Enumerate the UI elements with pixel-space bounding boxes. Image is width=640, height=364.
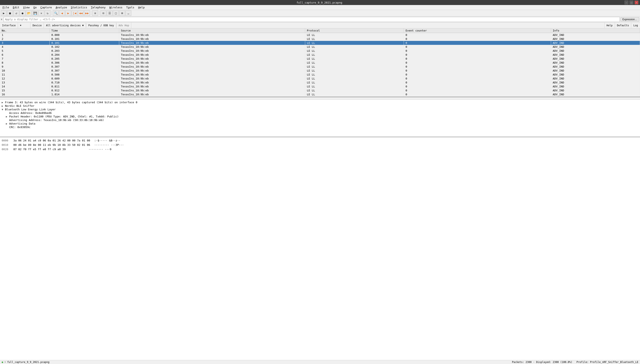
hex-row: 002007 02 f0 ff e5 ff e0 ff c9 a0 39····… — [2, 147, 638, 152]
table-row[interactable]: 10.000TexasIns_10:9b:ebLE LL0ADV_IND — [0, 33, 640, 37]
col-no[interactable]: No. — [0, 28, 50, 33]
menu-file[interactable]: File — [1, 6, 11, 10]
more-button[interactable]: … — [126, 10, 131, 16]
cell-2: TexasIns_10:9b:eb — [119, 45, 305, 49]
cell-3: LE LL — [305, 69, 404, 72]
reload-button[interactable]: ↻ — [45, 10, 51, 16]
menu-view[interactable]: View — [22, 6, 31, 10]
restart-capture-button[interactable]: ↺ — [13, 10, 19, 16]
cell-4: 0 — [404, 33, 551, 37]
start-capture-button[interactable]: ▶ — [1, 10, 7, 16]
first-packet-button[interactable]: |◀ — [72, 10, 78, 16]
window-controls[interactable]: — □ ✕ — [624, 1, 638, 4]
cell-0: 9 — [0, 65, 50, 69]
save-button[interactable]: 💾 — [32, 10, 38, 16]
col-protocol[interactable]: Protocol — [305, 28, 404, 33]
expand-icon[interactable]: ▶ — [2, 104, 4, 108]
detail-line[interactable]: ▶Nordic BLE Sniffer — [2, 104, 638, 108]
table-row[interactable]: 130.710TexasIns_10:9b:ebLE LL0ADV_IND — [0, 80, 640, 84]
hex-view-button[interactable]: ☰ — [107, 10, 113, 16]
detail-line[interactable]: ▶Frame 3: 43 bytes on wire (344 bits), 4… — [2, 100, 638, 104]
col-source[interactable]: Source — [119, 28, 305, 33]
hex-row: 001000 d6 be 89 8e 00 11 eb 9b 10 8b 33 … — [2, 143, 638, 147]
col-info[interactable]: Info — [551, 28, 640, 33]
next-conv-button[interactable]: ▶▶ — [84, 10, 90, 16]
packet-list-container[interactable]: No. Time Source Protocol Event counter I… — [0, 28, 640, 97]
toolbar: ▶ ■ ↺ ● 📂 💾 ✕ ↻ 🔍 ◀ ▶ |◀ ◀◀ ▶▶ ≡ ⊟ ☰ □ ⊞… — [0, 10, 640, 16]
stop-capture-button[interactable]: ■ — [7, 10, 13, 16]
expand-icon[interactable]: ▶ — [2, 101, 4, 104]
cell-0: 7 — [0, 57, 50, 61]
log-button[interactable]: Log — [631, 22, 640, 28]
col-time[interactable]: Time — [50, 28, 119, 33]
cell-1: 0.609 — [50, 76, 119, 80]
table-row[interactable]: 90.307TexasIns_10:9b:ebLE LL0ADV_IND — [0, 65, 640, 69]
detail-line[interactable]: ▶Advertising Data — [6, 122, 638, 125]
table-row[interactable]: 80.306TexasIns_10:9b:ebLE LL0ADV_IND — [0, 61, 640, 65]
prev-packet-button[interactable]: ◀ — [59, 10, 65, 16]
cell-3: LE LL — [305, 80, 404, 84]
table-row[interactable]: 30.101TexasIns_10:9b:ebLE LL0ADV_IND — [0, 41, 640, 45]
detail-line[interactable]: ▶Packet Header: 0x1100 (PDU Type: ADV_IN… — [6, 115, 638, 118]
cell-0: 15 — [0, 88, 50, 92]
zoom-button[interactable]: ⊟ — [100, 10, 106, 16]
expand-icon[interactable]: ▼ — [2, 108, 4, 111]
table-row[interactable]: 161.014TexasIns_10:9b:ebLE LL0ADV_IND — [0, 92, 640, 96]
table-row[interactable]: 100.307TexasIns_10:9b:ebLE LL0ADV_IND — [0, 69, 640, 72]
table-row[interactable]: 40.102TexasIns_10:9b:ebLE LL0ADV_IND — [0, 45, 640, 49]
cell-4: 0 — [404, 69, 551, 72]
menu-edit[interactable]: Edit — [11, 6, 21, 10]
table-row[interactable]: 110.508TexasIns_10:9b:ebLE LL0ADV_IND — [0, 72, 640, 76]
interface-dropdown[interactable] — [18, 22, 31, 28]
filter-input[interactable] — [4, 17, 619, 22]
table-row[interactable]: 60.204TexasIns_10:9b:ebLE LL0ADV_IND — [0, 53, 640, 57]
next-packet-button[interactable]: ▶ — [65, 10, 71, 16]
cell-4: 0 — [404, 76, 551, 80]
menu-telephony[interactable]: Telephony — [89, 6, 107, 10]
table-row[interactable]: 120.609TexasIns_10:9b:ebLE LL0ADV_IND — [0, 76, 640, 80]
menu-go[interactable]: Go — [32, 6, 39, 10]
device-dropdown[interactable]: All advertising devices ▼ — [44, 22, 86, 28]
detail-line: CRC: 0x93059c — [6, 125, 638, 129]
defaults-button[interactable]: Defaults — [615, 22, 631, 28]
filter-dropdown[interactable]: ▼ — [1, 18, 2, 21]
detail-line[interactable]: ▼Bluetooth Low Energy Link Layer — [2, 108, 638, 111]
prev-conv-button[interactable]: ◀◀ — [78, 10, 84, 16]
table-row[interactable]: 20.101TexasIns_10:9b:ebLE LL0ADV_IND — [0, 37, 640, 41]
maximize-button[interactable]: □ — [629, 1, 633, 4]
table-row[interactable]: 50.203TexasIns_10:9b:ebLE LL0ADV_IND — [0, 49, 640, 53]
menu-help[interactable]: Help — [137, 6, 146, 10]
expand-icon[interactable]: ▶ — [6, 122, 8, 125]
detail-text: Packet Header: 0x1100 (PDU Type: ADV_IND… — [9, 115, 119, 118]
menu-wireless[interactable]: Wireless — [108, 6, 124, 10]
capture-options-button[interactable]: ● — [20, 10, 26, 16]
find-button[interactable]: 🔍 — [53, 10, 59, 16]
cell-0: 11 — [0, 72, 50, 76]
menu-capture[interactable]: Capture — [39, 6, 54, 10]
table-row[interactable]: 140.811TexasIns_10:9b:ebLE LL0ADV_IND — [0, 84, 640, 88]
help-button[interactable]: Help — [604, 22, 615, 28]
cell-1: 0.811 — [50, 84, 119, 88]
packet-hscroll[interactable] — [0, 97, 640, 100]
ascii-button[interactable]: □ — [113, 10, 119, 16]
close-button[interactable]: ✕ — [634, 1, 638, 4]
open-button[interactable]: 📂 — [26, 10, 32, 16]
col-event-counter[interactable]: Event counter — [404, 28, 551, 33]
hex-bytes: 3a 06 24 01 a4 c0 06 0a 01 26 42 00 00 7… — [13, 138, 90, 143]
table-row[interactable]: 150.912TexasIns_10:9b:ebLE LL0ADV_IND — [0, 88, 640, 92]
colorize-button[interactable]: ≡ — [92, 10, 98, 16]
expand-icon[interactable]: ▶ — [6, 115, 8, 118]
table-row[interactable]: 70.205TexasIns_10:9b:ebLE LL0ADV_IND — [0, 57, 640, 61]
minimize-button[interactable]: — — [624, 1, 628, 4]
cell-0: 14 — [0, 84, 50, 88]
menu-analyze[interactable]: Analyze — [54, 6, 69, 10]
cell-5: ADV_IND — [551, 57, 640, 61]
table-header: No. Time Source Protocol Event counter I… — [0, 28, 640, 33]
menu-tools[interactable]: Tools — [125, 6, 136, 10]
close-file-button[interactable]: ✕ — [39, 10, 44, 16]
grid-button[interactable]: ⊞ — [119, 10, 125, 16]
cell-3: LE LL — [305, 61, 404, 65]
menu-statistics[interactable]: Statistics — [69, 6, 89, 10]
status-filename: full_capture_9_9_2021.pcapng — [7, 361, 49, 364]
expression-button[interactable]: Expression… — [620, 17, 639, 22]
